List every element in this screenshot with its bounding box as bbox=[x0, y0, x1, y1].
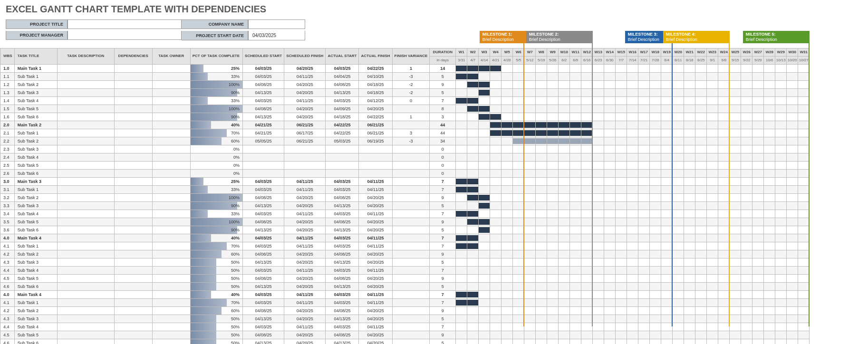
gantt-cell[interactable] bbox=[490, 323, 502, 331]
cell-as[interactable]: 04/13/25 bbox=[326, 202, 359, 210]
gantt-cell[interactable] bbox=[456, 275, 467, 283]
cell-sf[interactable]: 04/11/25 bbox=[284, 186, 326, 194]
week-header[interactable]: W27 bbox=[752, 48, 764, 57]
cell-pct[interactable]: 50% bbox=[190, 275, 242, 283]
gantt-cell[interactable] bbox=[479, 331, 490, 339]
table-row[interactable]: 4.6Sub Task 650%04/13/2504/20/2504/13/25… bbox=[0, 283, 810, 291]
cell-fv[interactable] bbox=[392, 323, 430, 331]
gantt-cell[interactable] bbox=[456, 105, 467, 113]
gantt-cell[interactable] bbox=[638, 226, 650, 234]
gantt-cell[interactable] bbox=[513, 170, 524, 178]
gantt-cell[interactable] bbox=[730, 275, 741, 283]
cell-sf[interactable]: 04/20/25 bbox=[284, 315, 326, 323]
gantt-cell[interactable] bbox=[581, 242, 593, 250]
gantt-cell[interactable] bbox=[490, 250, 502, 258]
gantt-cell[interactable] bbox=[581, 89, 593, 97]
gantt-cell[interactable] bbox=[661, 162, 673, 170]
cell-af[interactable]: 04/20/25 bbox=[359, 339, 392, 344]
cell-title[interactable]: Sub Task 4 bbox=[14, 323, 57, 331]
cell-dep[interactable] bbox=[114, 331, 152, 339]
gantt-cell[interactable] bbox=[764, 234, 775, 242]
cell-sf[interactable]: 04/20/25 bbox=[284, 307, 326, 315]
gantt-cell[interactable] bbox=[661, 81, 673, 89]
gantt-cell[interactable] bbox=[707, 218, 718, 226]
gantt-cell[interactable] bbox=[570, 170, 581, 178]
gantt-cell[interactable] bbox=[456, 153, 467, 162]
cell-as[interactable]: 04/08/25 bbox=[326, 250, 359, 258]
gantt-cell[interactable] bbox=[718, 153, 730, 162]
cell-ss[interactable]: 04/03/25 bbox=[243, 299, 284, 307]
gantt-cell[interactable] bbox=[547, 202, 559, 210]
cell-fv[interactable] bbox=[392, 283, 430, 291]
cell-wbs[interactable]: 1.5 bbox=[0, 105, 15, 113]
table-row[interactable]: 4.3Sub Task 350%04/13/2504/20/2504/13/25… bbox=[0, 258, 810, 267]
gantt-cell[interactable] bbox=[467, 339, 479, 344]
gantt-cell[interactable] bbox=[718, 283, 730, 291]
cell-dur[interactable]: 5 bbox=[430, 226, 456, 234]
gantt-cell[interactable] bbox=[479, 170, 490, 178]
gantt-cell[interactable] bbox=[490, 89, 502, 97]
cell-ss[interactable]: 04/03/25 bbox=[243, 65, 284, 73]
week-header[interactable]: W8 bbox=[536, 48, 547, 57]
gantt-cell[interactable] bbox=[707, 97, 718, 105]
gantt-cell[interactable] bbox=[593, 121, 604, 129]
gantt-cell[interactable] bbox=[764, 137, 775, 145]
cell-pct[interactable]: 40% bbox=[190, 234, 242, 242]
gantt-cell[interactable] bbox=[627, 145, 638, 153]
gantt-cell[interactable] bbox=[798, 202, 810, 210]
gantt-cell[interactable] bbox=[741, 202, 752, 210]
gantt-cell[interactable] bbox=[513, 323, 524, 331]
gantt-cell[interactable] bbox=[479, 186, 490, 194]
cell-desc[interactable] bbox=[57, 250, 114, 258]
gantt-cell[interactable] bbox=[547, 331, 559, 339]
gantt-cell[interactable] bbox=[764, 178, 775, 186]
gantt-cell[interactable] bbox=[764, 210, 775, 218]
gantt-cell[interactable] bbox=[661, 105, 673, 113]
gantt-cell[interactable] bbox=[718, 323, 730, 331]
gantt-cell[interactable] bbox=[638, 105, 650, 113]
gantt-cell[interactable] bbox=[752, 137, 764, 145]
cell-desc[interactable] bbox=[57, 218, 114, 226]
gantt-cell[interactable] bbox=[627, 331, 638, 339]
gantt-cell[interactable] bbox=[490, 299, 502, 307]
gantt-cell[interactable] bbox=[524, 210, 536, 218]
gantt-cell[interactable] bbox=[775, 162, 787, 170]
gantt-cell[interactable] bbox=[536, 323, 547, 331]
cell-fv[interactable] bbox=[392, 105, 430, 113]
col-af[interactable]: ACTUAL FINISH bbox=[359, 48, 392, 65]
week-date[interactable]: 5/26 bbox=[547, 57, 559, 65]
week-date[interactable]: 7/7 bbox=[616, 57, 627, 65]
gantt-cell[interactable] bbox=[467, 307, 479, 315]
gantt-cell[interactable] bbox=[673, 339, 684, 344]
week-header[interactable]: W23 bbox=[707, 48, 718, 57]
cell-sf[interactable] bbox=[284, 145, 326, 153]
gantt-cell[interactable] bbox=[764, 202, 775, 210]
cell-title[interactable]: Sub Task 3 bbox=[14, 145, 57, 153]
table-row[interactable]: 4.0Main Task 440%04/03/2504/11/2504/03/2… bbox=[0, 234, 810, 242]
gantt-cell[interactable] bbox=[536, 178, 547, 186]
gantt-cell[interactable] bbox=[627, 121, 638, 129]
gantt-cell[interactable] bbox=[718, 73, 730, 81]
gantt-cell[interactable] bbox=[650, 89, 661, 97]
gantt-cell[interactable] bbox=[695, 291, 707, 299]
cell-title[interactable]: Sub Task 4 bbox=[14, 97, 57, 105]
cell-desc[interactable] bbox=[57, 275, 114, 283]
table-row[interactable]: 4.3Sub Task 350%04/13/2504/20/2504/13/25… bbox=[0, 315, 810, 323]
gantt-cell[interactable] bbox=[650, 242, 661, 250]
gantt-cell[interactable] bbox=[673, 97, 684, 105]
cell-sf[interactable]: 04/20/25 bbox=[284, 89, 326, 97]
gantt-cell[interactable] bbox=[695, 97, 707, 105]
cell-dep[interactable] bbox=[114, 307, 152, 315]
gantt-cell[interactable] bbox=[467, 226, 479, 234]
gantt-cell[interactable] bbox=[593, 73, 604, 81]
cell-ss[interactable]: 04/03/25 bbox=[243, 186, 284, 194]
gantt-cell[interactable] bbox=[456, 178, 467, 186]
gantt-cell[interactable] bbox=[787, 339, 798, 344]
gantt-cell[interactable] bbox=[775, 307, 787, 315]
cell-dep[interactable] bbox=[114, 267, 152, 275]
gantt-cell[interactable] bbox=[661, 210, 673, 218]
gantt-cell[interactable] bbox=[604, 194, 616, 202]
gantt-cell[interactable] bbox=[547, 129, 559, 137]
week-date[interactable]: 9/1 bbox=[707, 57, 718, 65]
gantt-cell[interactable] bbox=[536, 186, 547, 194]
